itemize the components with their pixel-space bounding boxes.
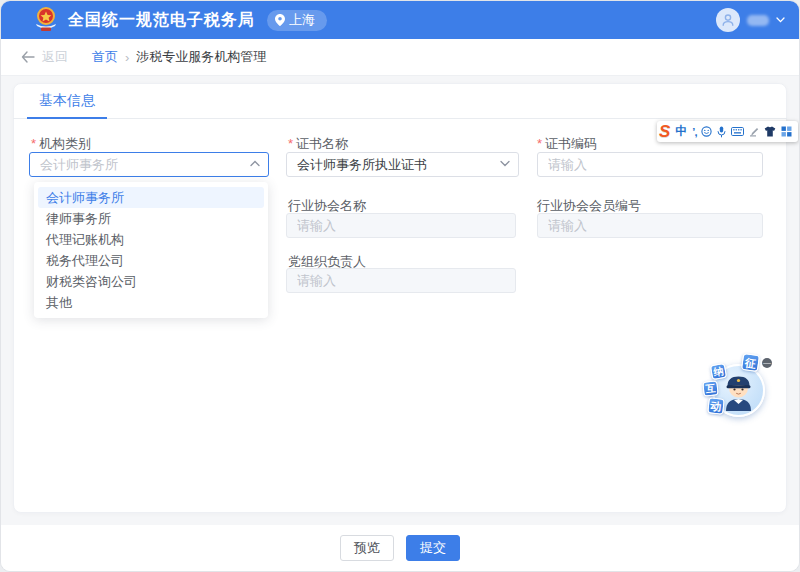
breadcrumb-current-page: 涉税专业服务机构管理 <box>136 48 266 66</box>
assoc-name-input <box>286 213 516 238</box>
breadcrumb-separator: › <box>125 50 129 65</box>
mascot-close-icon[interactable]: — <box>762 358 772 368</box>
tab-bar: 基本信息 <box>13 83 787 119</box>
tab-basic-info[interactable]: 基本信息 <box>27 83 107 119</box>
ime-voice-icon[interactable] <box>717 126 726 138</box>
user-name-blurred <box>747 15 769 26</box>
dropdown-option[interactable]: 税务代理公司 <box>34 250 268 271</box>
chevron-down-icon <box>776 17 785 23</box>
required-marker: * <box>288 136 293 151</box>
location-label: 上海 <box>289 11 315 29</box>
ime-toolbar: S 中 ’, <box>657 121 798 142</box>
ime-skin-icon[interactable] <box>764 126 776 137</box>
required-marker: * <box>31 136 36 151</box>
location-pill[interactable]: 上海 <box>267 10 327 31</box>
ime-chinese-mode-icon[interactable]: 中 <box>675 123 687 140</box>
mascot-widget: 征 纳 互 动 — <box>699 351 781 423</box>
breadcrumb: 返回 首页 › 涉税专业服务机构管理 <box>1 39 799 76</box>
dropdown-option[interactable]: 会计师事务所 <box>38 187 264 208</box>
ime-keyboard-icon[interactable] <box>731 127 744 136</box>
chevron-up-icon <box>250 160 260 167</box>
dropdown-option[interactable]: 其他 <box>34 292 268 313</box>
back-button[interactable]: 返回 <box>42 48 68 66</box>
mascot-char-badge[interactable]: 动 <box>707 397 725 415</box>
cert-code-input[interactable] <box>537 152 763 177</box>
user-menu[interactable] <box>716 1 785 39</box>
party-leader-field-wrap <box>286 268 516 293</box>
cert-name-label: *证书名称 <box>288 135 348 153</box>
breadcrumb-home-link[interactable]: 首页 <box>92 48 118 66</box>
party-leader-input <box>286 268 516 293</box>
ime-handwriting-icon[interactable] <box>749 126 759 137</box>
mascot-char-badge[interactable]: 互 <box>702 380 718 396</box>
mascot-char-badge[interactable]: 纳 <box>710 363 727 380</box>
cert-name-select-value: 会计师事务所执业证书 <box>297 156 427 174</box>
preview-button[interactable]: 预览 <box>340 535 394 561</box>
required-marker: * <box>537 136 542 151</box>
user-avatar[interactable] <box>716 8 740 32</box>
ime-emoji-icon[interactable] <box>701 126 712 137</box>
footer-actions: 预览 提交 <box>1 525 799 571</box>
app-header: 全国统一规范电子税务局 上海 <box>1 1 799 39</box>
dropdown-option[interactable]: 财税类咨询公司 <box>34 271 268 292</box>
national-emblem-logo <box>34 7 58 33</box>
ime-toolbox-icon[interactable] <box>781 126 792 137</box>
ime-punctuation-icon[interactable]: ’, <box>692 126 696 138</box>
dropdown-option[interactable]: 律师事务所 <box>34 208 268 229</box>
app-title: 全国统一规范电子税务局 <box>68 10 255 31</box>
org-type-select[interactable]: 会计师事务所 <box>29 152 269 177</box>
assoc-name-field-wrap <box>286 213 516 238</box>
chevron-down-icon <box>500 160 510 167</box>
location-pin-icon <box>275 14 285 26</box>
org-type-label: *机构类别 <box>31 135 91 153</box>
org-type-select-value: 会计师事务所 <box>40 156 118 174</box>
submit-button[interactable]: 提交 <box>406 535 460 561</box>
person-icon <box>721 13 735 27</box>
cert-code-field-wrap <box>537 152 763 177</box>
mascot-char-badge[interactable]: 征 <box>741 353 760 372</box>
app-window: 全国统一规范电子税务局 上海 返回 首页 › 涉 <box>0 0 800 572</box>
assoc-member-no-field-wrap <box>537 213 763 238</box>
cert-name-select[interactable]: 会计师事务所执业证书 <box>286 152 519 177</box>
sogou-logo-icon[interactable]: S <box>659 123 670 140</box>
assoc-member-no-input <box>537 213 763 238</box>
org-type-dropdown: 会计师事务所 律师事务所 代理记账机构 税务代理公司 财税类咨询公司 其他 <box>34 182 268 318</box>
dropdown-option[interactable]: 代理记账机构 <box>34 229 268 250</box>
back-arrow-icon[interactable] <box>21 51 35 63</box>
cert-code-label: *证书编码 <box>537 135 597 153</box>
